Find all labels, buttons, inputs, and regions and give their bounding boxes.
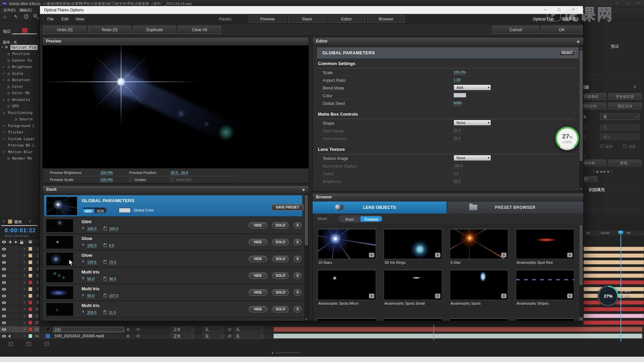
frame-blend-toggle-icon[interactable] [8, 342, 13, 346]
layer-visibility-icon[interactable] [2, 301, 6, 304]
delete-object-button[interactable]: X [501, 294, 506, 298]
element-name[interactable]: Multi Iris [82, 303, 99, 308]
search-help-tooltip[interactable]: 搜索帮助 [554, 15, 584, 22]
element-name[interactable]: Glow [82, 253, 92, 258]
setting-value[interactable]: 5000 [453, 101, 462, 106]
layer-visibility-icon[interactable] [2, 288, 6, 291]
parent-dropdown[interactable]: 无˅ [233, 334, 264, 339]
stopwatch-icon[interactable]: ◷ [7, 65, 10, 69]
blend-mode-dropdown[interactable]: 正常˅ [171, 327, 195, 332]
layer-14-name[interactable]: [VID_20210412_201835.mp4] [53, 334, 124, 339]
solo-button[interactable]: SOLO [272, 256, 289, 262]
zoom-tool-icon[interactable] [34, 14, 37, 17]
layer-duration-bar[interactable] [583, 307, 644, 311]
duplicate-button[interactable]: Duplicate [133, 26, 176, 34]
editor-row[interactable]: Blend Mode Add Add▾ [317, 84, 574, 92]
table-row[interactable]: > 3 [0, 259, 40, 266]
delete-object-button[interactable]: X [567, 294, 573, 298]
parent-pickwhip-icon[interactable]: @ [228, 334, 231, 338]
tab-composition[interactable]: 最终 [14, 219, 22, 225]
time-ruler[interactable]: 20f 04:00f 05f [583, 231, 644, 236]
layer-expand-chevron[interactable]: > [23, 321, 25, 324]
editor-row[interactable]: Shape None None▾ [317, 119, 574, 127]
layer-visibility-icon[interactable] [2, 315, 6, 317]
timeline-zoom-slider[interactable]: ▲ ○─────────── [271, 351, 301, 354]
basic-button[interactable]: Basic [339, 216, 361, 222]
home-icon[interactable]: ⌂ [3, 14, 6, 19]
panel-flyout-icon[interactable]: ▶ [577, 38, 580, 45]
delete-object-button[interactable]: X [435, 294, 440, 298]
selection-tool-icon[interactable]: ↖ [14, 14, 18, 19]
layer-expand-chevron[interactable]: > [23, 281, 25, 284]
delete-element-button[interactable]: X [293, 306, 302, 312]
panel-menu-icon[interactable]: ≡ [29, 219, 31, 223]
table-row[interactable]: > 6 [0, 279, 40, 286]
menu-file[interactable]: File [47, 17, 54, 21]
menu-view[interactable]: View [75, 17, 84, 21]
layer-expand-chevron[interactable]: > [23, 274, 25, 278]
panel-menu-icon[interactable]: ≡ [634, 84, 636, 89]
table-row[interactable]: > 9 [0, 299, 40, 306]
stopwatch-icon[interactable]: ◷ [7, 52, 10, 56]
expand-chevron-icon[interactable]: > [3, 65, 5, 69]
stopwatch-icon[interactable]: ◷ [7, 58, 10, 63]
setting-value[interactable]: 25.0 [453, 128, 461, 133]
layer-13-duration-bar[interactable] [273, 327, 642, 332]
layer-visibility-icon[interactable] [2, 275, 6, 277]
table-row[interactable]: > 7 [0, 286, 40, 293]
cancel-button[interactable]: Cancel [493, 26, 539, 34]
layer-duration-bar[interactable] [583, 253, 644, 258]
element-scale-value[interactable]: 11.5 [109, 310, 116, 315]
table-row[interactable]: > 4 [0, 266, 40, 273]
ae-menu-file[interactable]: 文件(F) [3, 8, 15, 13]
editor-row[interactable]: Aspect Ratio 1.00 1.00▾ [317, 76, 574, 84]
effect-name[interactable]: Optical Fla [10, 45, 38, 50]
setting-value[interactable]: 1.00 [453, 77, 461, 82]
layer-duration-bar[interactable] [583, 260, 644, 264]
hide-button[interactable]: HIDE [249, 239, 267, 245]
expand-chevron-icon[interactable]: > [3, 78, 5, 82]
lens-object-thumbnail[interactable]: X [516, 229, 574, 259]
browser-panel-header[interactable]: Browser [313, 193, 583, 201]
delete-object-button[interactable]: X [567, 253, 573, 257]
fx-enabled-check[interactable]: ✓ [1, 45, 4, 49]
solo-button[interactable]: SOLO [272, 289, 289, 296]
setting-dropdown[interactable]: None▾ [453, 155, 491, 161]
undo-button[interactable]: Undo (0) [43, 26, 86, 34]
editor-row[interactable]: Color ▾ [317, 92, 574, 99]
lens-object-cell[interactable]: X 10 Stars [318, 229, 376, 264]
layer-visibility-icon[interactable] [2, 281, 6, 284]
lens-object-cell[interactable]: X 5-Star [450, 229, 508, 264]
preview-brightness-value[interactable]: 100.0% [100, 171, 113, 175]
table-row[interactable]: > 13 [0, 326, 40, 333]
editor-panel-header[interactable]: Editor▶ [313, 38, 583, 46]
expand-chevron-icon[interactable]: > [3, 72, 5, 75]
ae-close-button[interactable]: × [634, 1, 643, 5]
layer-expand-chevron[interactable]: > [23, 334, 25, 338]
layer-row-14-extension[interactable]: [VID_20210412_201835.mp4] 单 /fx 正常˅ 无˅ @… [40, 333, 644, 340]
lens-object-thumbnail[interactable] [384, 318, 442, 321]
stopwatch-icon[interactable]: ◷ [7, 84, 10, 89]
delete-element-button[interactable]: X [293, 239, 302, 245]
element-brightness-value[interactable]: 50.0 [87, 294, 94, 298]
editor-row[interactable]: Global Seed 5000 5000▾ [317, 99, 574, 107]
delete-element-button[interactable]: X [293, 273, 302, 279]
lens-object-thumbnail[interactable]: X [384, 229, 442, 259]
editor-scrollbar[interactable]: ▲ ▼ [579, 46, 583, 191]
solo-button[interactable]: SOLO [272, 239, 289, 245]
dialog-minimize-button[interactable]: ─ [539, 7, 551, 12]
lens-object-thumbnail[interactable]: X [384, 270, 442, 300]
custom-button[interactable]: Custom [361, 216, 382, 222]
expand-chevron-icon[interactable]: > [3, 98, 5, 102]
layer-expand-chevron[interactable]: > [23, 247, 25, 251]
lens-object-cell[interactable]: X Anamorphic Spots [450, 270, 508, 305]
layer-duration-bar[interactable] [583, 274, 644, 278]
solo-button[interactable]: SOLO [272, 222, 289, 229]
delete-object-button[interactable]: X [369, 294, 374, 298]
layer-audio-icon[interactable] [8, 335, 10, 338]
setting-value[interactable]: 25.0 [453, 136, 461, 141]
layer-visibility-icon[interactable] [2, 248, 6, 250]
stopwatch-icon[interactable]: ◷ [7, 156, 10, 161]
effects-presets-label[interactable]: 预设 [611, 44, 619, 49]
element-scale-value[interactable]: 15.0 [109, 260, 116, 264]
